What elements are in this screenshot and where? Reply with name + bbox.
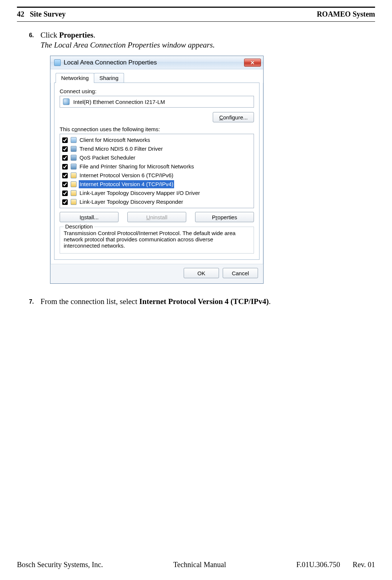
tab-panel: Connect using: Intel(R) Ethernet Connect… xyxy=(54,83,259,260)
page-number: 42 xyxy=(17,10,24,18)
ok-button[interactable]: OK xyxy=(184,268,219,278)
connection-item[interactable]: QoS Packet Scheduler xyxy=(61,153,253,162)
component-icon xyxy=(71,146,77,152)
item-label: Internet Protocol Version 4 (TCP/IPv4) xyxy=(79,180,174,188)
cancel-button[interactable]: Cancel xyxy=(223,268,258,278)
items-label: This connection uses the following items… xyxy=(60,126,254,132)
connection-item[interactable]: Link-Layer Topology Discovery Mapper I/O… xyxy=(61,189,253,198)
component-icon xyxy=(71,137,77,143)
item-checkbox[interactable] xyxy=(62,155,68,161)
header-right: ROAMEO System xyxy=(317,10,375,18)
step-text-bold: Properties xyxy=(59,31,93,39)
properties-button[interactable]: Properties xyxy=(195,212,254,222)
titlebar[interactable]: Local Area Connection Properties ✕ xyxy=(50,56,263,69)
close-button[interactable]: ✕ xyxy=(244,59,261,67)
step-body: From the connection list, select Interne… xyxy=(40,297,375,306)
connection-item[interactable]: Trend Micro NDIS 6.0 Filter Driver xyxy=(61,144,253,153)
item-label: QoS Packet Scheduler xyxy=(79,154,136,162)
network-icon xyxy=(54,59,61,66)
footer-docnum: F.01U.306.750 xyxy=(296,560,340,569)
configure-button[interactable]: Configure... xyxy=(213,112,254,122)
component-icon xyxy=(71,155,77,161)
item-label: Internet Protocol Version 6 (TCP/IPv6) xyxy=(79,171,174,179)
item-checkbox[interactable] xyxy=(62,137,68,143)
step-body: Click Properties. The Local Area Connect… xyxy=(40,31,375,293)
step-text-pre: From the connection list, select xyxy=(40,297,139,306)
item-checkbox[interactable] xyxy=(62,182,68,187)
dialog-footer: OK Cancel xyxy=(50,264,263,283)
tab-networking[interactable]: Networking xyxy=(56,73,94,83)
connection-item[interactable]: Link-Layer Topology Discovery Responder xyxy=(61,198,253,206)
description-legend: Description xyxy=(64,223,94,230)
adapter-icon xyxy=(63,98,70,105)
connection-items-list[interactable]: Client for Microsoft NetworksTrend Micro… xyxy=(60,134,254,208)
description-group: Description Transmission Control Protoco… xyxy=(60,227,254,254)
component-icon xyxy=(71,181,77,187)
footer-center: Technical Manual xyxy=(173,560,226,569)
item-checkbox[interactable] xyxy=(62,199,68,205)
properties-dialog: Local Area Connection Properties ✕ Netwo… xyxy=(50,56,264,284)
adapter-name: Intel(R) Ethernet Connection I217-LM xyxy=(73,99,165,105)
close-icon: ✕ xyxy=(250,60,255,66)
rule-thick xyxy=(17,7,375,8)
description-text: Transmission Control Protocol/Internet P… xyxy=(64,230,250,249)
footer-left: Bosch Security Systems, Inc. xyxy=(17,560,103,569)
page-footer: Bosch Security Systems, Inc. Technical M… xyxy=(17,560,375,569)
step-text-post: . xyxy=(93,31,95,39)
adapter-field[interactable]: Intel(R) Ethernet Connection I217-LM xyxy=(60,96,254,108)
connection-item[interactable]: Client for Microsoft Networks xyxy=(61,136,253,144)
component-icon xyxy=(71,164,77,170)
item-checkbox[interactable] xyxy=(62,173,68,178)
connect-using-label: Connect using: xyxy=(60,88,254,94)
footer-rev: Rev. 01 xyxy=(353,560,375,569)
item-checkbox[interactable] xyxy=(62,164,68,170)
install-button[interactable]: Install... xyxy=(60,212,119,222)
component-icon xyxy=(71,190,77,196)
step-caption: The Local Area Connection Properties win… xyxy=(40,41,375,50)
component-icon xyxy=(71,172,77,178)
connection-item[interactable]: File and Printer Sharing for Microsoft N… xyxy=(61,162,253,171)
step-number: 6. xyxy=(24,31,34,39)
step-text-pre: Click xyxy=(40,31,59,39)
section-title: Site Survey xyxy=(30,10,66,18)
dialog-title: Local Area Connection Properties xyxy=(64,59,157,66)
tabstrip: Networking Sharing xyxy=(50,69,263,83)
uninstall-button: Uninstall xyxy=(127,212,186,222)
tab-sharing[interactable]: Sharing xyxy=(94,73,124,83)
item-label: File and Printer Sharing for Microsoft N… xyxy=(79,163,195,171)
item-label: Link-Layer Topology Discovery Responder xyxy=(79,198,184,206)
step-text-post: . xyxy=(269,297,271,306)
page-header: 42 Site Survey ROAMEO System xyxy=(17,8,375,21)
connection-item[interactable]: Internet Protocol Version 6 (TCP/IPv6) xyxy=(61,171,253,180)
connection-item[interactable]: Internet Protocol Version 4 (TCP/IPv4) xyxy=(61,180,253,189)
item-checkbox[interactable] xyxy=(62,191,68,196)
step-text-bold: Internet Protocol Version 4 (TCP/IPv4) xyxy=(139,297,269,306)
step-number: 7. xyxy=(24,297,34,305)
component-icon xyxy=(71,199,77,205)
item-label: Trend Micro NDIS 6.0 Filter Driver xyxy=(79,145,163,153)
item-label: Client for Microsoft Networks xyxy=(79,136,151,144)
item-label: Link-Layer Topology Discovery Mapper I/O… xyxy=(79,189,201,197)
item-checkbox[interactable] xyxy=(62,146,68,152)
